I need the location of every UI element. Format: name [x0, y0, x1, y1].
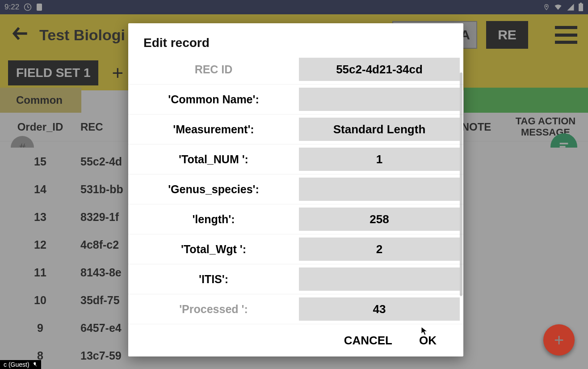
guest-label: c (Guest) — [4, 361, 29, 368]
ok-button[interactable]: OK — [419, 334, 437, 348]
field-label-common-name: 'Common Name': — [128, 93, 299, 106]
field-label-total-wgt: 'Total_Wgt ': — [128, 243, 299, 256]
field-label-measurement: 'Measurement': — [128, 123, 299, 136]
dialog-actions: CANCEL OK — [128, 324, 463, 356]
add-record-fab[interactable]: + — [543, 324, 575, 356]
field-value-genus-species[interactable] — [299, 178, 460, 201]
field-value-common-name[interactable] — [299, 88, 460, 111]
field-label-genus-species: 'Genus_species': — [128, 183, 299, 196]
field-value-length[interactable]: 258 — [299, 208, 460, 231]
field-label-processed: 'Processed ': — [128, 303, 299, 316]
mic-muted-icon — [32, 362, 38, 367]
guest-chip: c (Guest) — [0, 360, 41, 369]
field-value-total-wgt[interactable]: 2 — [299, 238, 460, 261]
field-value-total-num[interactable]: 1 — [299, 148, 460, 171]
field-label-itis: 'ITIS': — [128, 273, 299, 286]
dialog-body[interactable]: REC ID55c2-4d21-34cd 'Common Name': 'Mea… — [128, 55, 463, 324]
field-value-recid: 55c2-4d21-34cd — [299, 58, 460, 81]
dialog-scrollbar-thumb[interactable] — [460, 72, 462, 296]
field-label-length: 'length': — [128, 213, 299, 226]
field-label-total-num: 'Total_NUM ': — [128, 153, 299, 166]
field-value-processed: 43 — [299, 297, 460, 321]
field-label-recid: REC ID — [128, 63, 299, 76]
cancel-button[interactable]: CANCEL — [344, 334, 392, 348]
dialog-title: Edit record — [128, 23, 463, 55]
field-value-measurement[interactable]: Standard Length — [299, 118, 460, 141]
field-value-itis[interactable] — [299, 267, 460, 291]
edit-record-dialog: Edit record REC ID55c2-4d21-34cd 'Common… — [128, 23, 463, 356]
